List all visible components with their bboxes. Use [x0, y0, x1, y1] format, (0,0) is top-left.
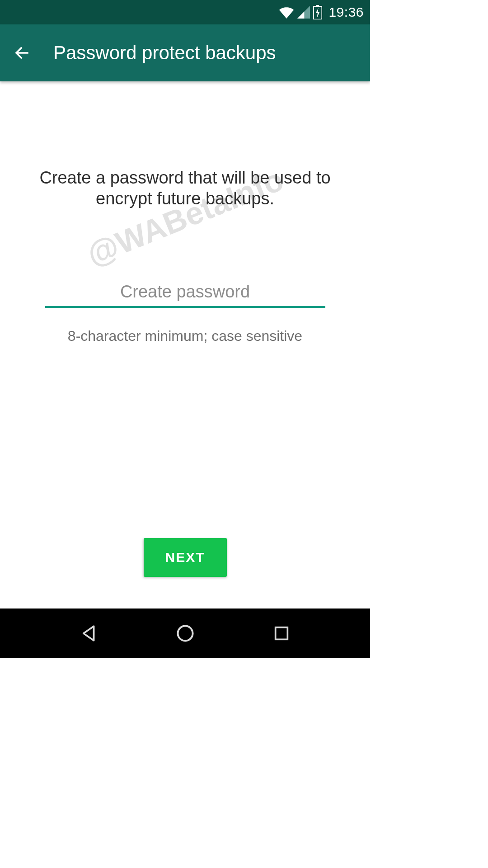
- status-bar: 19:36: [0, 0, 370, 24]
- description-text: Create a password that will be used to e…: [27, 167, 343, 209]
- next-button[interactable]: NEXT: [143, 538, 226, 577]
- square-recents-icon: [272, 624, 291, 642]
- content-area: @WABetaInfo Create a password that will …: [0, 81, 370, 609]
- screen: 19:36 Password protect backups @WABetaIn…: [0, 0, 370, 658]
- page-title: Password protect backups: [53, 42, 276, 64]
- svg-point-2: [178, 626, 192, 641]
- password-hint: 8-character minimum; case sensitive: [27, 328, 343, 344]
- circle-home-icon: [175, 623, 195, 643]
- nav-home-button[interactable]: [172, 620, 199, 647]
- back-button[interactable]: [8, 39, 35, 66]
- status-clock: 19:36: [328, 5, 364, 20]
- svg-rect-1: [316, 5, 319, 7]
- wifi-icon: [279, 6, 294, 19]
- battery-charging-icon: [313, 5, 322, 19]
- cell-signal-icon: [297, 6, 310, 19]
- nav-back-button[interactable]: [75, 620, 103, 647]
- nav-recents-button[interactable]: [268, 620, 295, 647]
- password-field-wrap: [45, 279, 325, 308]
- password-input[interactable]: [45, 279, 325, 308]
- nav-bar: [0, 609, 370, 658]
- action-bar: Password protect backups: [0, 24, 370, 81]
- triangle-back-icon: [80, 624, 99, 643]
- arrow-left-icon: [12, 43, 32, 63]
- svg-rect-3: [275, 627, 287, 640]
